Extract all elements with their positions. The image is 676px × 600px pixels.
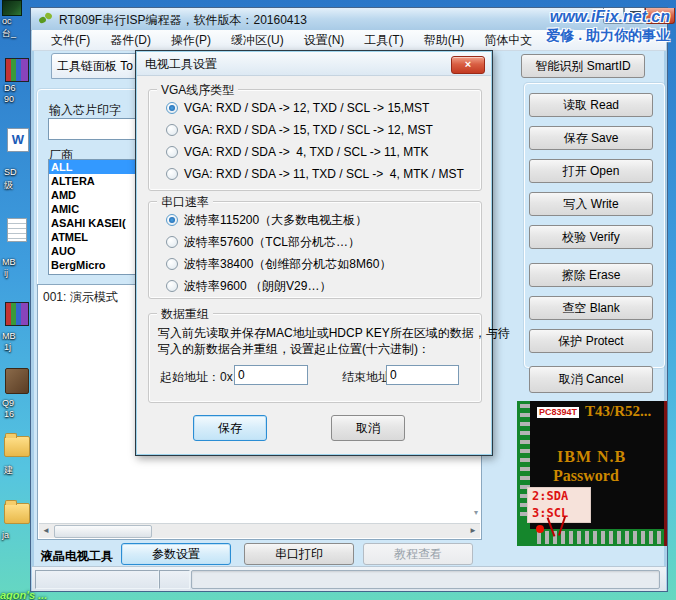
verify-button[interactable]: 校验 Verify — [529, 225, 653, 249]
chip-part-label: PC8394T — [537, 407, 579, 418]
radio-selected-icon — [166, 214, 178, 226]
chip-input-label: 输入芯片印字 — [49, 102, 121, 119]
serial-print-button[interactable]: 串口打印 — [244, 543, 354, 565]
start-address-input[interactable] — [234, 365, 308, 385]
read-button[interactable]: 读取 Read — [529, 93, 653, 117]
horizontal-scrollbar[interactable]: ◄ ► — [39, 523, 480, 538]
status-cell — [159, 570, 190, 589]
scroll-left-icon[interactable]: ◄ — [39, 524, 53, 537]
menu-settings[interactable]: 设置(N) — [295, 32, 354, 49]
baud-option-1-label: 波特率115200（大多数电视主板） — [184, 212, 367, 229]
desktop-icon-misc[interactable] — [5, 368, 29, 394]
app-icon — [39, 13, 53, 25]
desktop-icon-label: Q9 — [2, 398, 14, 408]
baud-option-1[interactable]: 波特率115200（大多数电视主板） — [166, 212, 367, 228]
desktop-icon-label: SD — [4, 167, 17, 177]
baud-option-2[interactable]: 波特率57600（TCL部分机芯…） — [166, 234, 360, 250]
scrollbar-thumb[interactable] — [54, 525, 152, 538]
desktop-icon-label: 1j — [4, 342, 11, 352]
desktop-icon-folder[interactable] — [4, 436, 30, 457]
log-entry: 001: 演示模式 — [43, 289, 118, 306]
chip-text-line2: Password — [553, 467, 619, 485]
desktop-icon-label: 90 — [4, 94, 14, 104]
vendor-item[interactable]: AMD — [49, 188, 135, 202]
vendor-item[interactable]: ASAHI KASEI( — [49, 216, 135, 230]
rebuild-group-title: 数据重组 — [157, 306, 213, 323]
end-address-input[interactable] — [386, 365, 459, 385]
desktop-icon-winrar[interactable] — [5, 58, 29, 82]
smartid-button[interactable]: 智能识别 SmartID — [521, 54, 645, 78]
desktop-icon-label: oc — [2, 16, 12, 26]
brand-url: www.iFix.net.cn — [550, 8, 670, 26]
brand-slogan: 爱修 . 助力你的事业 — [546, 27, 670, 45]
baud-option-4[interactable]: 波特率9600 （朗朗V29…） — [166, 278, 331, 294]
desktop-icon-label: 台_ — [2, 27, 16, 40]
vendor-item[interactable]: AUO — [49, 244, 135, 258]
vendor-item[interactable]: AMIC — [49, 202, 135, 216]
scroll-down-icon[interactable]: ▾ — [474, 508, 478, 517]
open-button[interactable]: 打开 Open — [529, 159, 653, 183]
param-settings-button[interactable]: 参数设置 — [121, 543, 231, 565]
desktop-icon-winrar[interactable] — [5, 302, 29, 326]
blank-button[interactable]: 查空 Blank — [529, 296, 653, 320]
radio-icon — [166, 236, 178, 248]
screen: { "window": { "title": "RT809F串行ISP编程器，软… — [0, 0, 676, 600]
baud-option-3[interactable]: 波特率38400（创维部分机芯如8M60） — [166, 256, 391, 272]
desktop-icon-label: 建 — [4, 464, 13, 477]
desktop-icon-label: ij — [4, 268, 8, 278]
vga-option-3[interactable]: VGA: RXD / SDA -> 4, TXD / SCL -> 11, MT… — [166, 144, 429, 160]
menu-tools[interactable]: 工具(T) — [355, 32, 412, 49]
menu-operation[interactable]: 操作(P) — [162, 32, 220, 49]
tutorial-view-button[interactable]: 教程查看 — [363, 543, 473, 565]
desktop-icon-app[interactable] — [2, 0, 22, 16]
desktop-icon-label: MB — [2, 257, 16, 267]
vendor-item[interactable]: ALTERA — [49, 174, 135, 188]
protect-button[interactable]: 保护 Protect — [529, 329, 653, 353]
vendor-item[interactable]: ALL — [49, 160, 135, 174]
radio-icon — [166, 146, 178, 158]
baud-option-4-label: 波特率9600 （朗朗V29…） — [184, 278, 331, 295]
tv-tool-settings-dialog: 电视工具设置 × VGA线序类型 VGA: RXD / SDA -> 12, T… — [135, 50, 493, 456]
baud-option-2-label: 波特率57600（TCL部分机芯…） — [184, 234, 360, 251]
scroll-right-icon[interactable]: ► — [466, 524, 480, 537]
cancel-button[interactable]: 取消 Cancel — [529, 366, 653, 393]
vga-group-title: VGA线序类型 — [157, 82, 238, 99]
start-address-label: 起始地址：0x — [160, 369, 233, 386]
dialog-close-icon[interactable]: × — [451, 56, 485, 74]
dialog-title-bar[interactable]: 电视工具设置 × — [137, 52, 491, 76]
rebuild-desc-line1: 写入前先读取并保存MAC地址或HDCP KEY所在区域的数据，与待 — [158, 325, 510, 342]
vendor-item[interactable]: BergMicro — [49, 258, 135, 272]
status-cell — [35, 570, 159, 589]
desktop-icon-word[interactable]: W — [7, 128, 29, 152]
bottom-bar-label: 液晶电视工具 — [41, 548, 113, 565]
menu-language[interactable]: 简体中文 — [475, 32, 541, 49]
write-button[interactable]: 写入 Write — [529, 192, 653, 216]
save-button[interactable]: 保存 Save — [529, 126, 653, 150]
vga-option-1[interactable]: VGA: RXD / SDA -> 12, TXD / SCL -> 15,MS… — [166, 100, 429, 116]
dialog-cancel-button[interactable]: 取消 — [331, 415, 405, 441]
desktop-icon-label: 级 — [4, 179, 13, 192]
desktop-icon-folder[interactable] — [4, 503, 30, 524]
radio-icon — [166, 124, 178, 136]
desktop-icon-notepad[interactable] — [7, 218, 27, 242]
vga-option-4[interactable]: VGA: RXD / SDA -> 11, TXD / SCL -> 4, MT… — [166, 166, 464, 182]
dialog-save-button[interactable]: 保存 — [193, 415, 267, 441]
vendor-item[interactable]: ATMEL — [49, 230, 135, 244]
progress-bar — [191, 570, 660, 589]
desktop-icon-label: MB — [2, 331, 16, 341]
vga-option-2[interactable]: VGA: RXD / SDA -> 15, TXD / SCL -> 12, M… — [166, 122, 433, 138]
status-bar — [32, 566, 666, 591]
dialog-title: 电视工具设置 — [145, 56, 217, 73]
vendor-listbox[interactable]: ALL ALTERA AMD AMIC ASAHI KASEI( ATMEL A… — [48, 159, 136, 275]
desktop-icon-label: 16 — [4, 409, 14, 419]
chip-pins-bottom — [537, 531, 661, 544]
vga-option-4-label: VGA: RXD / SDA -> 11, TXD / SCL -> 4, MT… — [184, 167, 464, 181]
menu-buffer[interactable]: 缓冲区(U) — [222, 32, 293, 49]
baud-option-3-label: 波特率38400（创维部分机芯如8M60） — [184, 256, 391, 273]
desktop-icon-label: D6 — [4, 83, 16, 93]
menu-device[interactable]: 器件(D) — [101, 32, 160, 49]
tab-toolchain-panel[interactable]: 工具链面板 To — [51, 53, 139, 79]
menu-file[interactable]: 文件(F) — [42, 32, 99, 49]
menu-help[interactable]: 帮助(H) — [415, 32, 474, 49]
erase-button[interactable]: 擦除 Erase — [529, 263, 653, 287]
